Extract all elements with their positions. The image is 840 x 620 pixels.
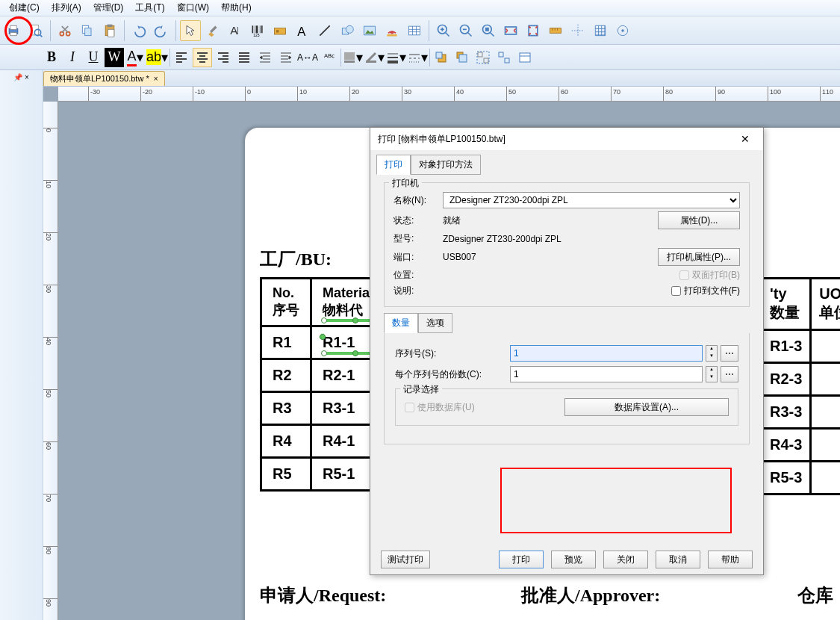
menu-help[interactable]: 帮助(H) (215, 0, 258, 16)
char-spacing-icon[interactable]: A↔A (297, 48, 318, 67)
test-print-button[interactable]: 测试打印 (381, 551, 430, 568)
text-icon[interactable]: A (225, 20, 246, 41)
svg-point-57 (621, 29, 623, 31)
center-icon[interactable] (612, 20, 633, 41)
encoder-icon[interactable] (270, 20, 290, 41)
rfid-icon[interactable] (382, 20, 402, 41)
line-weight-icon[interactable]: ▾ (386, 48, 406, 67)
line-color-icon[interactable]: ▾ (364, 48, 385, 67)
grid-icon[interactable] (590, 20, 611, 41)
align-justify-icon[interactable] (234, 48, 254, 67)
font-a-icon[interactable]: A (292, 20, 313, 41)
picture-icon[interactable] (359, 20, 380, 41)
print-to-file-checkbox[interactable]: 打印到文件(F) (671, 285, 740, 297)
bold-button[interactable]: B (42, 48, 61, 67)
barcode-icon[interactable]: 123 (247, 20, 268, 41)
print-icon[interactable] (3, 20, 24, 41)
serial-spinner[interactable]: ▲▼ (706, 345, 718, 362)
copies-spinner[interactable]: ▲▼ (706, 366, 718, 382)
guides-icon[interactable] (567, 20, 588, 41)
svg-rect-2 (10, 32, 16, 35)
ruler-icon[interactable] (545, 20, 566, 41)
font-color-button[interactable]: A▾ (125, 48, 145, 67)
dialog-titlebar[interactable]: 打印 [物料申领单LP100150.btw] ✕ (370, 128, 763, 150)
help-button[interactable]: 帮助 (708, 551, 753, 568)
menu-create[interactable]: 创建(C) (3, 0, 46, 16)
tab-quantity[interactable]: 数量 (384, 313, 418, 333)
cut-icon[interactable] (55, 20, 75, 41)
copies-input[interactable] (510, 366, 703, 382)
svg-text:123: 123 (253, 33, 260, 37)
svg-rect-76 (520, 53, 530, 62)
svg-rect-74 (499, 52, 503, 57)
tab-print[interactable]: 打印 (376, 155, 411, 175)
underline-button[interactable]: U (84, 48, 103, 67)
indent-right-icon[interactable] (276, 48, 296, 67)
svg-text:A: A (230, 24, 237, 37)
database-settings-button[interactable]: 数据库设置(A)... (564, 398, 729, 416)
preview-icon[interactable] (25, 20, 46, 41)
document-tab[interactable]: 物料申领单LP100150.btw * × (43, 71, 165, 86)
printer-group: 打印机 名称(N): ZDesigner ZT230-200dpi ZPL 状态… (384, 182, 750, 307)
zoom-in-icon[interactable] (433, 20, 454, 41)
serial-input[interactable] (510, 345, 703, 362)
paste-icon[interactable] (99, 20, 120, 41)
indent-left-icon[interactable] (255, 48, 275, 67)
ungroup-icon[interactable] (494, 48, 514, 67)
properties-button[interactable]: 属性(D)... (658, 211, 740, 229)
printer-properties-button[interactable]: 打印机属性(P)... (658, 248, 740, 266)
close-button[interactable]: 关闭 (603, 551, 648, 568)
dialog-close-icon[interactable]: ✕ (735, 131, 756, 146)
tab-label: 物料申领单LP100150.btw * (50, 73, 149, 84)
tab-options[interactable]: 选项 (418, 313, 452, 333)
tab-close-icon[interactable]: × (154, 75, 158, 83)
brush-icon[interactable] (202, 20, 223, 41)
undo-icon[interactable] (128, 20, 149, 41)
svg-line-5 (40, 34, 43, 37)
print-button[interactable]: 打印 (499, 551, 544, 568)
italic-button[interactable]: I (63, 48, 82, 67)
menu-window[interactable]: 窗口(W) (171, 0, 215, 16)
line-icon[interactable] (314, 20, 335, 41)
table-icon[interactable] (404, 20, 425, 41)
desc-label: 说明: (393, 285, 438, 297)
inverse-button[interactable]: W (105, 48, 124, 67)
zoom-out-icon[interactable] (455, 20, 476, 41)
cancel-button[interactable]: 取消 (656, 551, 700, 568)
line-style-icon[interactable]: ▾ (408, 48, 428, 67)
svg-text:A: A (297, 24, 306, 37)
menu-arrange[interactable]: 排列(A) (46, 0, 87, 16)
menu-tools[interactable]: 工具(T) (129, 0, 170, 16)
pointer-icon[interactable] (180, 20, 201, 41)
copy-icon[interactable] (77, 20, 98, 41)
copies-options-icon[interactable]: ⋯ (721, 366, 738, 382)
ruler-vertical: 0 10 20 30 40 50 60 70 80 90 (43, 102, 58, 620)
menu-manage[interactable]: 管理(D) (87, 0, 130, 16)
svg-rect-59 (344, 61, 355, 63)
pin-icon[interactable]: 📌 × (13, 73, 29, 81)
fit-page-icon[interactable] (523, 20, 544, 41)
svg-rect-68 (436, 52, 442, 58)
group-icon[interactable] (473, 48, 493, 67)
align-left-icon[interactable] (172, 48, 191, 67)
template-icon[interactable] (515, 48, 535, 67)
preview-button[interactable]: 预览 (551, 551, 596, 568)
send-back-icon[interactable] (452, 48, 472, 67)
highlight-button[interactable]: ab▾ (146, 48, 168, 67)
small-caps-icon[interactable]: ᴬᴮᶜ (320, 48, 339, 67)
shape-icon[interactable] (337, 20, 358, 41)
bring-front-icon[interactable] (432, 48, 451, 67)
svg-line-43 (468, 32, 472, 36)
fill-color-icon[interactable]: ▾ (343, 48, 363, 67)
toolbar-main: A 123 A (0, 16, 840, 45)
align-right-icon[interactable] (214, 48, 233, 67)
duplex-checkbox: 双面打印(B) (679, 269, 740, 282)
tab-method[interactable]: 对象打印方法 (411, 155, 481, 175)
align-center-icon[interactable] (193, 48, 212, 67)
fit-width-icon[interactable] (500, 20, 521, 41)
serial-options-icon[interactable]: ⋯ (721, 345, 738, 362)
printer-select[interactable]: ZDesigner ZT230-200dpi ZPL (443, 192, 740, 208)
svg-rect-24 (275, 28, 286, 34)
redo-icon[interactable] (151, 20, 172, 41)
zoom-fit-icon[interactable] (478, 20, 499, 41)
